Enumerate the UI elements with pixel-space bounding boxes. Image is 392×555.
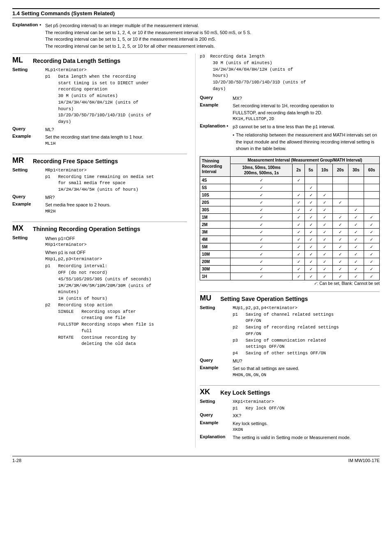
val-cell: ✓	[317, 191, 332, 199]
right-query-val: MX?	[233, 95, 380, 102]
xk-explanation-label: Explanation	[200, 434, 233, 439]
mu-code: MU	[200, 294, 220, 303]
val-cell	[332, 206, 348, 213]
val-cell: ✓	[305, 243, 317, 250]
explanation-content: Set p5 (recording interval) to an intege…	[45, 22, 380, 49]
val-cell: ✓	[348, 228, 364, 236]
val-cell	[317, 176, 332, 184]
val-cell: ✓	[364, 213, 379, 221]
val-cell: ✓	[305, 273, 317, 280]
val-cell: ✓	[348, 221, 364, 228]
val-cell	[305, 176, 317, 184]
val-cell: ✓	[348, 213, 364, 221]
xk-example-label: Example	[200, 420, 233, 425]
val-cell	[348, 176, 364, 184]
val-cell: ✓	[364, 221, 379, 228]
table-row: 20M✓✓✓✓✓✓✓	[200, 258, 380, 265]
th-sub-5: 20s	[332, 164, 348, 176]
val-cell: ✓	[305, 236, 317, 243]
val-cell	[332, 176, 348, 184]
val-cell: ✓	[305, 228, 317, 236]
val-cell: ✓	[317, 236, 332, 243]
val-cell: ✓	[293, 221, 305, 228]
val-cell: ✓	[364, 250, 379, 258]
xk-rows: Setting XKp1<terminator> p1 Key lock OFF…	[200, 399, 380, 441]
val-cell: ✓	[348, 206, 364, 213]
mu-example-content: Set so that all settings are saved. MHON…	[233, 365, 380, 378]
mx-header: MX Thinning Recording Operation Settings	[12, 222, 187, 233]
interval-cell: 4M	[200, 236, 231, 243]
right-top-rows: Query MX? Example Set recording interval…	[200, 95, 380, 152]
th-sub-6: 30s	[348, 164, 364, 176]
val-cell	[364, 184, 379, 191]
val-cell: ✓	[332, 273, 348, 280]
th-sub-3: 5s	[305, 164, 317, 176]
table-row: 4M✓✓✓✓✓✓✓	[200, 236, 380, 243]
val-cell: ✓	[305, 265, 317, 273]
xk-setting-label: Setting	[200, 399, 233, 404]
interval-cell: 10S	[200, 191, 231, 199]
val-cell: ✓	[317, 221, 332, 228]
interval-cell: 2M	[200, 221, 231, 228]
val-cell: ✓	[348, 258, 364, 265]
xk-code: XK	[200, 388, 220, 396]
page: 1.4 Setting Commands (System Related) Ex…	[0, 0, 392, 555]
table-row: 5S✓✓	[200, 184, 380, 191]
val-cell: ✓	[230, 273, 292, 280]
val-cell: ✓	[230, 191, 292, 199]
val-cell: ✓	[332, 236, 348, 243]
val-cell: ✓	[305, 206, 317, 213]
ml-header: ML Recording Data Length Settings	[12, 53, 187, 65]
val-cell: ✓	[230, 228, 292, 236]
val-cell: ✓	[293, 199, 305, 206]
table-row: 20S✓✓✓✓✓	[200, 199, 380, 206]
mu-block: MU Setting Save Operation Settings Setti…	[200, 291, 380, 379]
top-explanation-row: Explanation • Set p5 (recording interval…	[12, 22, 380, 49]
ml-setting-content: MLp1<terminator> p1 Data length when the…	[45, 67, 187, 125]
val-cell: ✓	[230, 206, 292, 213]
th-sub-2: 2s	[293, 164, 305, 176]
page-footer: 1-28 IM MW100-17E	[12, 456, 380, 463]
val-cell: ✓	[293, 206, 305, 213]
th-sub-1: 10ms, 50ms, 100ms200ms, 500ms, 1s	[230, 164, 292, 176]
mx-rows: Setting When p1=OFF MXp1<terminator> Whe…	[12, 235, 187, 347]
mu-header: MU Setting Save Operation Settings	[200, 291, 380, 303]
val-cell: ✓	[364, 243, 379, 250]
val-cell: ✓	[293, 250, 305, 258]
ml-title: Recording Data Length Settings	[33, 56, 120, 65]
val-cell: ✓	[230, 176, 292, 184]
val-cell: ✓	[230, 184, 292, 191]
table-row: 10M✓✓✓✓✓✓✓	[200, 250, 380, 258]
table-row: 5M✓✓✓✓✓✓✓	[200, 243, 380, 250]
xk-block: XK Key Lock Settings Setting XKp1<termin…	[200, 385, 380, 441]
right-query-label: Query	[200, 95, 233, 100]
val-cell: ✓	[293, 236, 305, 243]
left-column: ML Recording Data Length Settings Settin…	[12, 53, 195, 448]
val-cell: ✓	[317, 199, 332, 206]
val-cell: ✓	[364, 258, 379, 265]
val-cell: ✓	[332, 265, 348, 273]
mx-title: Thinning Recording Operation Settings	[33, 224, 140, 233]
table-row: 4S✓✓	[200, 176, 380, 184]
val-cell: ✓	[230, 265, 292, 273]
val-cell: ✓	[305, 221, 317, 228]
xk-query-label: Query	[200, 412, 233, 417]
mx-when-not-off: When p1 is not OFF MXp1,p2,p3<terminator…	[45, 249, 187, 262]
th-sub-4: 10s	[317, 164, 332, 176]
val-cell: ✓	[348, 265, 364, 273]
mr-title: Recording Free Space Settings	[33, 157, 118, 165]
val-cell: ✓	[293, 265, 305, 273]
val-cell: ✓	[317, 258, 332, 265]
val-cell: ✓	[230, 213, 292, 221]
table-row: 10S✓✓✓✓	[200, 191, 380, 199]
mr-block: MR Recording Free Space Settings Setting…	[12, 154, 187, 215]
val-cell: ✓	[317, 228, 332, 236]
interval-cell: 3M	[200, 228, 231, 236]
th-interval: ThinningRecordingInterval	[200, 156, 231, 176]
table-row: 3M✓✓✓✓✓✓✓	[200, 228, 380, 236]
interval-cell: 20M	[200, 258, 231, 265]
section-title: 1.4 Setting Commands (System Related)	[12, 10, 115, 16]
val-cell: ✓	[305, 184, 317, 191]
val-cell	[348, 184, 364, 191]
val-cell: ✓	[293, 228, 305, 236]
